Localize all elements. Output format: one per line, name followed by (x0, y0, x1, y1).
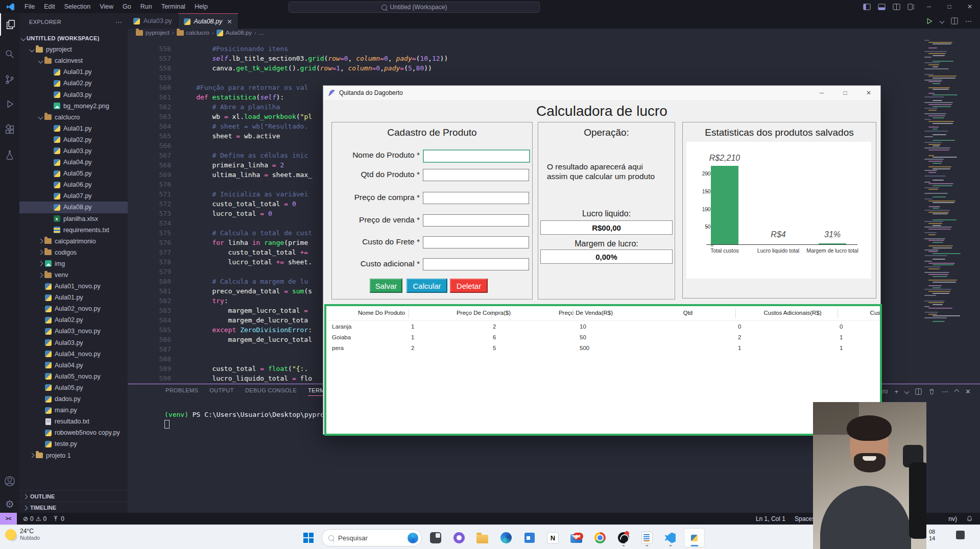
tree-row[interactable]: UNTITLED (WORKSPACE) (19, 33, 128, 44)
taskbar-python-app[interactable] (684, 528, 705, 547)
tree-row[interactable]: calclucro (19, 112, 128, 123)
taskbar-vscode[interactable] (660, 529, 680, 547)
tray-notification-icon[interactable] (956, 531, 965, 539)
table-cell[interactable]: Laranja (332, 323, 351, 330)
tree-row[interactable]: Aula01.py (19, 123, 128, 134)
panel-tab-problems[interactable]: PROBLEMS (165, 387, 198, 396)
menu-go[interactable]: Go (118, 2, 136, 12)
tab-Aula08.py[interactable]: Aula08.py✕ (178, 13, 238, 29)
tree-row[interactable]: roboweb5novo copy.py (19, 427, 128, 438)
tree-row[interactable]: teste.py (19, 438, 128, 450)
tree-row[interactable]: resultado.txt (19, 416, 128, 427)
tree-row[interactable]: calcinvest (19, 55, 128, 66)
taskbar-notion[interactable]: N (543, 529, 563, 547)
taskbar-clock[interactable]: 08 14 (929, 529, 935, 542)
toggle-secondary-sidebar-icon[interactable] (893, 3, 900, 11)
testing-icon[interactable] (0, 144, 19, 166)
tree-row[interactable]: requirements.txt (19, 224, 128, 236)
tab-close-icon[interactable]: ✕ (227, 18, 232, 26)
problems-status[interactable]: ⊘ 0 ⚠ 0 (23, 515, 46, 522)
field-input-3[interactable] (423, 192, 529, 204)
source-control-icon[interactable] (0, 68, 19, 91)
editor-more-icon[interactable]: ⋯ (965, 17, 972, 25)
tree-row[interactable]: Aula04_novo.py (19, 348, 128, 360)
tree-row[interactable]: Aula01.py (19, 292, 128, 303)
app-titlebar[interactable]: Quitanda do Dagoberto ─ □ ✕ (323, 86, 880, 100)
tree-row[interactable]: Aula05_novo.py (19, 371, 128, 382)
taskbar-edge[interactable] (496, 529, 516, 547)
field-input-2[interactable] (423, 169, 529, 181)
table-column-header[interactable]: Qtd (683, 310, 693, 316)
breadcrumb-item[interactable]: ... (259, 30, 264, 36)
table-column-header[interactable]: Nome Do Produto (358, 310, 405, 316)
panel-tab-debug-console[interactable]: DEBUG CONSOLE (245, 387, 297, 396)
extensions-icon[interactable] (0, 118, 19, 141)
tree-row[interactable]: Aula01_novo.py (19, 281, 128, 292)
code-line[interactable]: 557self.lb_title_section03.grid(row=0, c… (128, 54, 448, 63)
tree-row[interactable]: bg_money2.png (19, 101, 128, 112)
app-minimize-button[interactable]: ─ (810, 86, 833, 100)
tree-row[interactable]: Aula05.py (19, 382, 128, 393)
tree-row[interactable]: Aula02.py (19, 134, 128, 145)
explorer-more-icon[interactable]: ⋯ (115, 18, 123, 26)
tree-row[interactable]: Aula03.py (19, 89, 128, 100)
salvar-button[interactable]: Salvar (370, 279, 402, 293)
breadcrumb-item[interactable]: calclucro (186, 30, 209, 36)
taskbar-chrome[interactable] (590, 529, 610, 547)
tree-row[interactable]: Aula03.py (19, 145, 128, 157)
products-table[interactable]: Nome Do ProdutoPreço De Compra($)Preço D… (324, 304, 882, 436)
field-input-6[interactable] (423, 258, 529, 270)
ports-status[interactable]: 0 (53, 515, 64, 522)
tree-row[interactable]: Aula02_novo.py (19, 303, 128, 314)
tree-row[interactable]: Aula07.py (19, 190, 128, 202)
weather-widget[interactable]: 24°C Nublado (5, 528, 40, 541)
settings-gear-icon[interactable]: ⚙ (0, 493, 19, 515)
tree-row[interactable]: Aula06.py (19, 179, 128, 190)
tree-row[interactable]: Aula02.py (19, 78, 128, 89)
taskbar-file-explorer[interactable] (472, 529, 492, 547)
terminal-dropdown-icon[interactable] (904, 389, 910, 394)
tree-row[interactable]: calcpatrimonio (19, 236, 128, 247)
app-maximize-button[interactable]: □ (833, 86, 857, 100)
tree-row[interactable]: Aula01.py (19, 66, 128, 78)
panel-tab-output[interactable]: OUTPUT (209, 387, 234, 396)
code-line[interactable]: 556#Posicionando itens (128, 44, 448, 54)
interpreter-fragment[interactable]: nv) (948, 515, 957, 522)
notifications-bell-icon[interactable] (966, 515, 973, 522)
tree-row[interactable]: Aula04.py (19, 360, 128, 371)
tree-row[interactable]: Aula02.py (19, 314, 128, 326)
tree-row[interactable]: codigos (19, 247, 128, 258)
window-close-button[interactable]: ✕ (960, 0, 980, 13)
code-line[interactable]: 559 (128, 73, 448, 83)
menu-view[interactable]: View (95, 2, 118, 12)
run-file-icon[interactable] (925, 17, 933, 25)
code-line[interactable]: 558canva.get_tk_widget().grid(row=1, col… (128, 63, 448, 73)
run-dropdown-icon[interactable] (940, 18, 945, 23)
maximize-panel-icon[interactable] (954, 389, 960, 394)
table-cell[interactable]: pera (332, 345, 344, 351)
breadcrumb-item[interactable]: Aula08.py (226, 30, 252, 36)
taskbar-clipchamp[interactable] (449, 529, 469, 547)
panel-more-icon[interactable]: ⋯ (942, 388, 948, 395)
split-terminal-icon[interactable] (915, 388, 922, 395)
toggle-sidebar-icon[interactable] (863, 3, 871, 11)
tree-row[interactable]: venv (19, 269, 128, 281)
menu-help[interactable]: Help (190, 2, 212, 12)
menu-edit[interactable]: Edit (39, 2, 60, 12)
taskbar-notes[interactable] (637, 529, 657, 547)
taskbar-mail[interactable]: 14 (566, 529, 586, 547)
outline-section[interactable]: OUTLINE (19, 490, 128, 502)
search-view-icon[interactable] (0, 43, 19, 65)
tree-row[interactable]: Aula08.py (19, 202, 128, 213)
kill-terminal-icon[interactable] (928, 388, 935, 395)
window-minimize-button[interactable]: ─ (919, 0, 939, 13)
menu-selection[interactable]: Selection (60, 2, 95, 12)
table-cell[interactable]: Goiaba (332, 334, 351, 340)
field-input-1[interactable] (423, 149, 530, 163)
window-search-bar[interactable]: Untitled (Workspace) (289, 2, 540, 13)
table-column-header[interactable]: Preço De Venda(R$) (559, 310, 613, 316)
taskbar-store[interactable] (519, 529, 539, 547)
table-column-header[interactable]: Custos Adicionais(R$) (763, 310, 821, 316)
tree-row[interactable]: Aula05.py (19, 168, 128, 179)
app-close-button[interactable]: ✕ (857, 86, 880, 100)
